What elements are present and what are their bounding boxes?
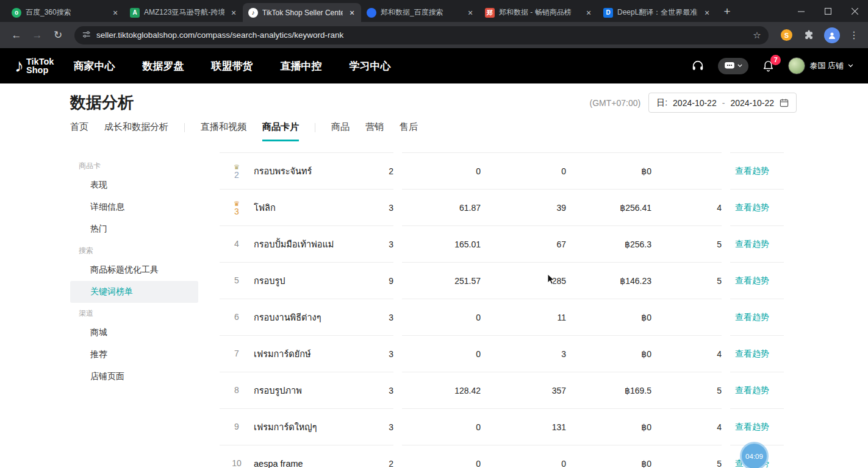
extensions-puzzle-icon[interactable] [800,27,817,44]
table-row: 7เฟรมการ์ดยักษ์303฿04查看趋势 [220,336,784,372]
view-trend-link[interactable]: 查看趋势 [735,275,769,286]
site-info-icon[interactable] [82,30,91,41]
tiktok-shop-logo[interactable]: ♪ TikTok Shop [15,57,54,75]
browser-tab[interactable]: A AMZ123亚马逊导航-跨境 × [124,3,243,22]
tab-group-divider [315,123,315,132]
refresh-button[interactable]: ↻ [49,26,67,44]
view-trend-link[interactable]: 查看趋势 [735,202,769,213]
tab-close-icon[interactable]: × [347,8,357,18]
tab-close-icon[interactable]: × [229,8,239,18]
rank-cell: 5 [220,263,254,299]
rank-cell: 8 [220,372,254,409]
tab-favicon [367,8,376,18]
keyword-cell: เฟรมการ์ดยักษ์ [254,336,384,372]
keyword-cell: โฟลิก [254,190,384,226]
url-bar[interactable]: seller.tiktokglobalshop.com/compass/sear… [74,26,769,44]
browser-tab[interactable]: o 百度_360搜索 × [6,3,124,22]
date-range-picker[interactable]: 日: 2024-10-22 - 2024-10-22 [648,93,797,113]
browser-tab[interactable]: 郑 郑和数据 - 畅销商品榜 × [479,3,598,22]
action-cell: 查看趋势 [730,336,784,372]
sidebar-group-label: 商品卡 [70,155,198,174]
browser-menu-icon[interactable]: ⋮ [847,27,861,44]
sidebar-item[interactable]: 详细信息 [70,196,198,218]
browser-tab[interactable]: 郑和数据_百度搜索 × [361,3,479,22]
clipped-metric-cell: 5 [651,226,722,263]
clipped-metric-cell [651,142,722,153]
nav-item[interactable]: 数据罗盘 [142,59,184,73]
browser-profile-avatar[interactable] [824,27,840,43]
rank-cell: 4 [220,226,254,263]
metric-cell: 128.42 [402,372,481,409]
metric-cell: 0 [402,336,481,372]
nav-item[interactable]: 联盟带货 [211,59,253,73]
new-tab-button[interactable]: + [719,3,736,20]
support-headset-icon[interactable] [691,59,705,73]
clipped-metric-cell: 2 [384,445,393,468]
browser-tab[interactable]: ♪ TikTok Shop Seller Cente × [243,3,361,22]
tab-title: DeepL翻译：全世界最准 [617,7,698,18]
rank-cell: 7 [220,336,254,372]
analytics-tab[interactable]: 直播和视频 [201,121,246,140]
sidebar-item[interactable]: 商城 [70,322,198,344]
bookmark-star-icon[interactable]: ☆ [750,29,764,42]
analytics-tab[interactable]: 成长和数据分析 [104,121,168,140]
sidebar-item[interactable]: 商品标题优化工具 [70,259,198,281]
messages-button[interactable] [718,58,748,74]
column-gap [722,142,730,153]
amount-cell: ฿169.5 [566,372,651,409]
metric-cell: 0 [402,409,481,445]
shop-name: 泰国 店铺 [809,60,844,71]
forward-button[interactable]: → [28,26,46,44]
sidebar-item[interactable]: 关键词榜单 [70,281,198,303]
back-button[interactable]: ← [7,26,26,44]
analytics-tab[interactable]: 售后 [400,121,418,140]
analytics-tab[interactable]: 商品 [331,121,350,140]
column-gap [722,445,730,468]
nav-item[interactable]: 直播中控 [280,59,321,73]
view-trend-link[interactable]: 查看趋势 [735,385,769,396]
sidebar-item[interactable]: 推荐 [70,344,198,366]
notifications-button[interactable]: 7 [762,60,775,73]
sidebar-item[interactable]: 表现 [70,174,198,196]
timezone-label: (GMT+07:00) [590,98,641,108]
column-gap [722,190,730,226]
rank-cell [220,142,254,153]
rank-number: 9 [234,423,239,431]
metric-cell: 251.57 [402,263,481,299]
chevron-down-icon [737,64,742,68]
nav-item[interactable]: 学习中心 [349,59,390,73]
table-row: 10aespa frame200฿05查看趋势 [220,445,784,468]
recording-timer[interactable]: 04:09 [740,442,769,468]
sidebar-item[interactable]: 热门 [70,218,198,240]
metric-cell: 165.01 [402,226,481,263]
sidebar-item[interactable]: 店铺页面 [70,366,198,388]
extension-s-icon[interactable]: S [781,29,792,41]
view-trend-link[interactable]: 查看趋势 [735,422,769,433]
tab-close-icon[interactable]: × [110,8,120,18]
analytics-tab[interactable]: 营销 [365,121,384,140]
column-gap [722,226,730,263]
tab-close-icon[interactable]: × [465,8,475,18]
browser-tab[interactable]: D DeepL翻译：全世界最准 × [598,3,716,22]
window-close-button[interactable] [841,0,868,22]
clipped-metric-cell: 3 [384,336,393,372]
view-trend-link[interactable]: 查看趋势 [735,166,769,177]
clipped-metric-cell [651,153,722,190]
action-cell: 查看趋势 [730,372,784,409]
keyword-cell: เฟรมการ์ดใหญ่ๆ [254,409,384,445]
analytics-tab[interactable]: 商品卡片 [262,121,299,141]
view-trend-link[interactable]: 查看趋势 [735,312,769,323]
sidebar-group-label: 搜索 [70,240,198,259]
analytics-tab[interactable]: 首页 [70,121,88,140]
shop-switcher[interactable]: 泰国 店铺 [788,57,853,74]
window-maximize-button[interactable] [814,0,841,22]
nav-item[interactable]: 商家中心 [73,59,115,73]
view-trend-link[interactable]: 查看趋势 [735,349,769,360]
url-text: seller.tiktokglobalshop.com/compass/sear… [96,30,745,40]
window-minimize-button[interactable] [787,0,814,22]
tab-close-icon[interactable]: × [702,8,712,18]
tab-close-icon[interactable]: × [584,8,594,18]
metric-cell: 3 [481,336,566,372]
tiktok-note-icon: ♪ [15,57,24,75]
view-trend-link[interactable]: 查看趋势 [735,239,769,250]
